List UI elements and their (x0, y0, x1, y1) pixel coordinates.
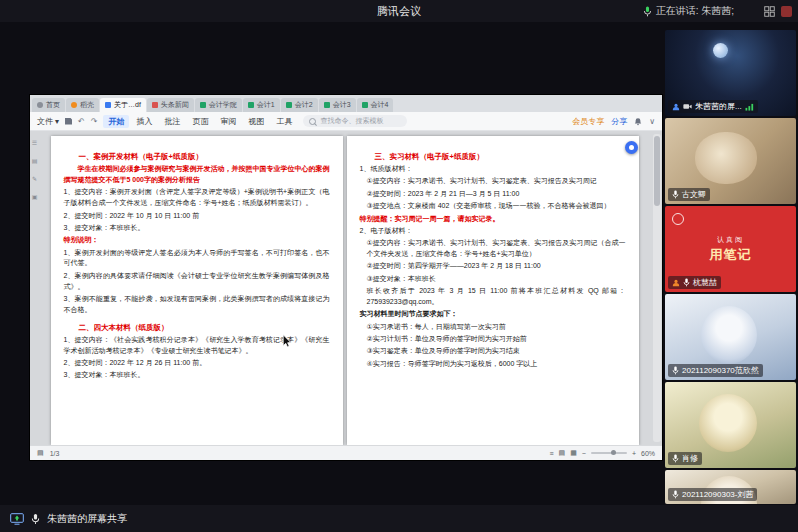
participant-name: 202112090303-刘茜 (682, 489, 753, 500)
search-placeholder: 查找命令、搜索模板 (320, 116, 383, 126)
tab-favicon (362, 102, 368, 108)
ribbon-tab[interactable]: 插入 (131, 115, 157, 128)
meeting-titlebar: 腾讯会议 正在讲话: 朱茜茜; (0, 0, 798, 22)
vip-button[interactable]: 会员专享 (572, 116, 604, 127)
ribbon-tab[interactable]: 开始 (103, 115, 129, 128)
save-icon[interactable] (65, 118, 72, 125)
document-tab[interactable]: 会计2 (281, 98, 318, 112)
ribbon-tab[interactable]: 视图 (243, 115, 269, 128)
signal-icon (745, 103, 754, 111)
tab-label: 首页 (46, 100, 60, 110)
screen-share-icon[interactable] (10, 513, 24, 525)
mic-icon[interactable] (31, 513, 40, 525)
document-area: ☰ ▤ ✎ ▣ 一、案例开发材料（电子版+纸质版） 学生在校期间必须参与案例研究… (30, 131, 662, 445)
share-banner-text: 朱茜茜的屏幕共享 (47, 512, 127, 526)
participant-name-label: 肖修 (668, 452, 702, 465)
search-icon (309, 118, 316, 125)
ribbon-tab[interactable]: 工具 (271, 115, 297, 128)
tab-label: 头条新闻 (161, 100, 189, 110)
zoom-out-button[interactable]: − (582, 450, 586, 457)
tab-label: 会计4 (371, 100, 389, 110)
host-person-icon (672, 103, 680, 111)
participant-tile[interactable]: 202112090370范欣然 (665, 294, 796, 380)
undo-icon[interactable]: ↶ (78, 117, 85, 126)
tab-favicon (105, 102, 111, 108)
record-badge-icon (781, 6, 792, 17)
file-menu[interactable]: 文件▾ (37, 116, 59, 127)
mouse-cursor (282, 334, 292, 348)
document-tab[interactable]: 会计3 (319, 98, 356, 112)
view-print-icon[interactable]: ▤ (559, 449, 566, 457)
pages-container: 一、案例开发材料（电子版+纸质版） 学生在校期间必须参与案例研究与案例开发活动，… (39, 136, 650, 445)
document-tab[interactable]: 首页 (32, 98, 65, 112)
mic-icon (672, 490, 679, 499)
meeting-window: 腾讯会议 正在讲话: 朱茜茜; (0, 0, 798, 532)
outline-icon[interactable]: ☰ (32, 139, 37, 146)
participant-name: 杭慧喆 (693, 277, 717, 288)
participant-name: 朱茜茜的屏... (695, 101, 742, 112)
doc-paragraph: ①提交内容：实习承诺书、实习计划书、实习鉴定表、实习报告及实习周记 (360, 176, 626, 187)
doc-paragraph: 1、提交内容：案例开发封面（含评定人签字及评定等级）+案例说明书+案例正文（电子… (64, 187, 330, 209)
doc-paragraph: ①提交内容：实习承诺书、实习计划书、实习鉴定表、实习报告及实习周记（合成一个文件… (360, 238, 626, 260)
participant-tile[interactable]: 肖修 (665, 382, 796, 468)
shared-screen: 首页 稻壳 关于…df 头条新闻 (30, 95, 662, 460)
doc-paragraph: 三、实习材料（电子版+纸质版） (360, 151, 626, 163)
wps-statusbar: ▤ 1/3 ≡ ▤ ▦ − + 60% (30, 445, 662, 460)
doc-paragraph: 2、提交时间：2022 年 10 月 10 日 11:00 前 (64, 211, 330, 222)
participant-tile[interactable]: 古文卿 (665, 118, 796, 204)
doc-paragraph: 1、案例开发封面的等级评定人签名必须为本人导师的手写签名，不可打印签名，也不可代… (64, 248, 330, 270)
vertical-scrollbar[interactable] (653, 134, 661, 442)
grid-layout-icon[interactable] (764, 6, 775, 17)
participants-sidebar: 朱茜茜的屏... (665, 30, 796, 505)
document-tab[interactable]: 头条新闻 (147, 98, 194, 112)
participant-tile[interactable]: 朱茜茜的屏... (665, 30, 796, 116)
doc-paragraph: 班长收齐后于 2023 年 3 月 15 日 11:00 前将本班汇总材料发 Q… (360, 286, 626, 308)
tab-favicon (152, 102, 158, 108)
wps-menubar: 文件▾ ↶ ↷ 开始 插入 批注 页面 审阅 视图 工 (30, 112, 662, 131)
zoom-slider-knob[interactable] (611, 450, 616, 455)
camera-icon (683, 103, 692, 110)
assistant-floating-button[interactable] (625, 141, 638, 154)
mic-icon (672, 454, 679, 463)
doc-paragraph: 实习材料里时间节点要求如下： (360, 309, 626, 320)
command-search-input[interactable]: 查找命令、搜索模板 (303, 115, 407, 127)
check-icon[interactable]: ▣ (32, 193, 38, 200)
doc-paragraph: 特别提醒：实习周记一周一篇，请如实记录。 (360, 214, 626, 225)
document-tab[interactable]: 稻壳 (66, 98, 99, 112)
ribbon-tab[interactable]: 审阅 (215, 115, 241, 128)
participant-tile[interactable]: 202112090303-刘茜 (665, 470, 796, 504)
doc-paragraph: ③实习鉴定表：单位及导师的签字时间为实习结束 (360, 346, 626, 357)
page-layout-icon[interactable]: ▤ (37, 449, 44, 457)
collapse-ribbon-icon[interactable]: ∨ (649, 117, 655, 126)
document-tab[interactable]: 关于…df (100, 98, 146, 112)
document-page-left: 一、案例开发材料（电子版+纸质版） 学生在校期间必须参与案例研究与案例开发活动，… (51, 136, 343, 445)
document-tab[interactable]: 会计学院 (195, 98, 242, 112)
scrollbar-thumb[interactable] (654, 136, 660, 206)
comment-icon[interactable]: ✎ (32, 175, 37, 182)
document-tab[interactable]: 会计1 (243, 98, 280, 112)
doc-side-toolbar: ☰ ▤ ✎ ▣ (30, 139, 39, 200)
doc-paragraph: 2、提交时间：2022 年 12 月 26 日 11:00 前。 (64, 358, 330, 369)
participant-name-label: 古文卿 (668, 188, 710, 201)
document-tab[interactable]: 会计4 (357, 98, 394, 112)
meeting-title: 腾讯会议 (377, 0, 421, 22)
participant-name: 肖修 (682, 453, 698, 464)
zoom-slider[interactable] (591, 452, 627, 454)
doc-paragraph: 学生在校期间必须参与案例研究与案例开发活动，并按照中国专业学位中心的案例撰写规范… (64, 164, 330, 186)
speaking-indicator: 正在讲话: 朱茜茜; (643, 0, 734, 22)
redo-icon[interactable]: ↷ (91, 117, 98, 126)
doc-paragraph: ④实习报告：导师签字时间为实习返校后，6000 字以上 (360, 359, 626, 370)
mic-icon (672, 366, 679, 375)
participant-name: 古文卿 (682, 189, 706, 200)
doc-share-button[interactable]: 分享 (611, 116, 627, 127)
zoom-in-button[interactable]: + (632, 450, 636, 457)
view-web-icon[interactable]: ▦ (570, 449, 577, 457)
ribbon-tab[interactable]: 页面 (187, 115, 213, 128)
view-read-icon[interactable]: ≡ (549, 450, 553, 457)
bookmark-icon[interactable]: ▤ (32, 157, 38, 164)
participant-tile[interactable]: 认真阅 用笔记 (665, 206, 796, 292)
bell-icon[interactable] (634, 117, 642, 126)
doc-paragraph: 特别说明： (64, 235, 330, 246)
mic-icon (672, 190, 679, 199)
ribbon-tab[interactable]: 批注 (159, 115, 185, 128)
